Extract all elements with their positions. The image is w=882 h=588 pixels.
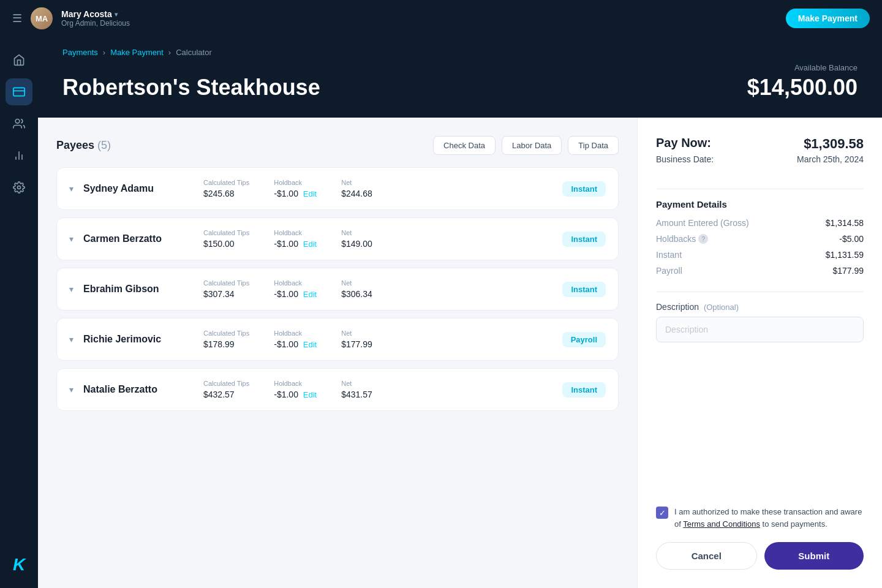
submit-button[interactable]: Submit	[764, 542, 864, 570]
calculated-tips-value: $150.00	[203, 239, 249, 249]
breadcrumb-make-payment[interactable]: Make Payment	[110, 48, 164, 57]
detail-payroll-label: Payroll	[656, 266, 682, 276]
net-value: $244.68	[341, 189, 372, 198]
user-name-label[interactable]: Mary Acosta ▾	[61, 9, 130, 19]
sidebar-item-settings[interactable]	[6, 174, 32, 201]
check-data-button[interactable]: Check Data	[433, 136, 496, 155]
payee-name: Richie Jerimovic	[83, 334, 194, 345]
payees-title: Payees (5)	[56, 139, 111, 152]
payee-name: Ebrahim Gibson	[83, 284, 194, 295]
holdback-edit-link[interactable]: Edit	[303, 390, 317, 399]
payee-name: Carmen Berzatto	[83, 233, 194, 244]
table-row: ▾ Natalie Berzatto Calculated Tips $432.…	[56, 368, 619, 411]
sidebar-item-home[interactable]	[6, 47, 32, 74]
net-label: Net	[341, 229, 372, 236]
payee-name: Sydney Adamu	[83, 183, 194, 194]
net-value: $149.00	[341, 239, 372, 249]
holdback-edit-link[interactable]: Edit	[303, 239, 317, 249]
holdback-value: -$1.00 Edit	[274, 239, 317, 249]
holdback-edit-link[interactable]: Edit	[303, 290, 317, 299]
divider	[656, 189, 864, 189]
net-label: Net	[341, 279, 372, 287]
breadcrumb: Payments › Make Payment › Calculator	[62, 48, 858, 57]
balance-section: Available Balance $14,500.00	[747, 63, 858, 100]
payees-header: Payees (5) Check Data Labor Data Tip Dat…	[56, 136, 619, 155]
expand-icon[interactable]: ▾	[69, 234, 74, 244]
status-badge: Instant	[562, 232, 606, 247]
action-buttons: Cancel Submit	[656, 542, 864, 570]
status-badge: Payroll	[562, 332, 606, 347]
left-panel: Payees (5) Check Data Labor Data Tip Dat…	[38, 118, 637, 588]
table-row: ▾ Ebrahim Gibson Calculated Tips $307.34…	[56, 268, 619, 311]
sidebar: K	[0, 37, 38, 588]
net-value: $177.99	[341, 339, 372, 349]
detail-row-instant: Instant $1,131.59	[656, 250, 864, 260]
detail-holdbacks-value: -$5.00	[839, 234, 864, 244]
sidebar-logo: K	[6, 551, 32, 578]
menu-icon[interactable]: ☰	[12, 12, 22, 25]
pay-now-label: Pay Now:	[656, 136, 711, 150]
status-badge: Instant	[562, 282, 606, 297]
data-buttons: Check Data Labor Data Tip Data	[433, 136, 619, 155]
make-payment-button[interactable]: Make Payment	[786, 9, 870, 28]
auth-text: I am authorized to make these transactio…	[674, 506, 864, 530]
labor-data-button[interactable]: Labor Data	[502, 136, 562, 155]
sidebar-item-payments[interactable]	[6, 78, 32, 105]
auth-row: ✓ I am authorized to make these transact…	[656, 506, 864, 530]
page-title: Robertson's Steakhouse	[62, 75, 320, 100]
calculated-tips-label: Calculated Tips	[203, 380, 249, 387]
description-optional: (Optional)	[704, 303, 739, 312]
detail-holdbacks-label: Holdbacks ?	[656, 234, 708, 244]
tip-data-button[interactable]: Tip Data	[568, 136, 619, 155]
calculated-tips-label: Calculated Tips	[203, 229, 249, 236]
net-label: Net	[341, 330, 372, 337]
holdback-label: Holdback	[274, 179, 317, 186]
cancel-button[interactable]: Cancel	[656, 542, 757, 570]
expand-icon[interactable]: ▾	[69, 385, 74, 394]
pay-now-row: Pay Now: $1,309.58	[656, 136, 864, 152]
balance-amount: $14,500.00	[747, 75, 858, 100]
calculated-tips-label: Calculated Tips	[203, 330, 249, 337]
expand-icon[interactable]: ▾	[69, 184, 74, 194]
auth-checkbox[interactable]: ✓	[656, 507, 668, 519]
holdbacks-help-icon[interactable]: ?	[698, 234, 708, 244]
net-value: $306.34	[341, 289, 372, 299]
calculated-tips-value: $245.68	[203, 189, 249, 198]
svg-rect-0	[13, 88, 24, 96]
holdback-label: Holdback	[274, 229, 317, 236]
expand-icon[interactable]: ▾	[69, 284, 74, 294]
holdback-value: -$1.00 Edit	[274, 289, 317, 299]
payees-count: (5)	[97, 139, 111, 151]
detail-payroll-value: $177.99	[832, 266, 864, 276]
sidebar-item-users[interactable]	[6, 110, 32, 137]
right-panel: Pay Now: $1,309.58 Business Date: March …	[637, 118, 882, 588]
user-info: Mary Acosta ▾ Org Admin, Delicious	[61, 9, 130, 28]
k-logo-icon: K	[13, 555, 25, 575]
detail-row-holdbacks: Holdbacks ? -$5.00	[656, 234, 864, 244]
holdback-edit-link[interactable]: Edit	[303, 340, 317, 349]
holdback-label: Holdback	[274, 380, 317, 387]
detail-instant-value: $1,131.59	[826, 250, 864, 260]
sidebar-item-analytics[interactable]	[6, 142, 32, 169]
pay-now-amount: $1,309.58	[804, 136, 864, 152]
checkmark-icon: ✓	[659, 508, 666, 518]
net-value: $431.57	[341, 390, 372, 399]
detail-gross-value: $1,314.58	[826, 218, 864, 228]
net-label: Net	[341, 380, 372, 387]
detail-gross-label: Amount Entered (Gross)	[656, 218, 749, 228]
expand-icon[interactable]: ▾	[69, 334, 74, 344]
holdback-value: -$1.00 Edit	[274, 339, 317, 349]
holdback-edit-link[interactable]: Edit	[303, 189, 317, 198]
svg-point-2	[15, 119, 20, 124]
breadcrumb-payments[interactable]: Payments	[62, 48, 98, 57]
breadcrumb-sep-1: ›	[103, 48, 105, 57]
description-label: Description (Optional)	[656, 302, 864, 312]
breadcrumb-calculator: Calculator	[176, 48, 212, 57]
business-date-label: Business Date:	[656, 154, 714, 164]
terms-link[interactable]: Terms and Conditions	[683, 519, 760, 529]
description-input[interactable]	[656, 317, 864, 342]
breadcrumb-sep-2: ›	[168, 48, 171, 57]
detail-row-gross: Amount Entered (Gross) $1,314.58	[656, 218, 864, 228]
payment-details-title: Payment Details	[656, 199, 864, 209]
business-date-row: Business Date: March 25th, 2024	[656, 154, 864, 164]
